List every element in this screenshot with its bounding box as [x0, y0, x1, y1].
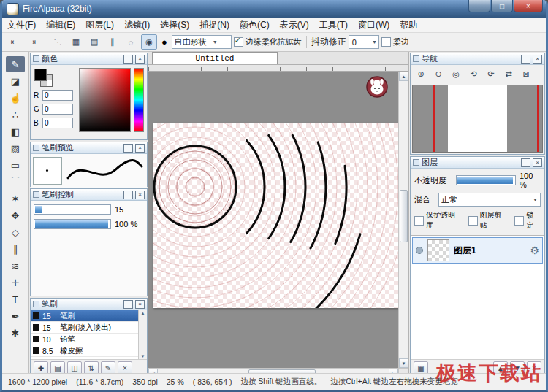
brush-style-4-button[interactable]: ∥: [104, 34, 121, 50]
snap-parallel-tool-icon[interactable]: ∥: [6, 241, 25, 257]
panel-float-button[interactable]: [521, 55, 530, 64]
rotate-cw-button[interactable]: ⟳: [483, 66, 499, 82]
brush-style-2-button[interactable]: ▦: [68, 34, 84, 50]
canvas-page[interactable]: [153, 123, 398, 308]
layer-row[interactable]: 图层1 ⚙: [412, 237, 543, 264]
panel-float-button[interactable]: [123, 300, 133, 309]
canvas-viewport[interactable]: [148, 72, 398, 368]
panel-float-button[interactable]: [123, 191, 133, 199]
eraser-tool-icon[interactable]: ◪: [6, 73, 25, 89]
dock-right-button[interactable]: ⇥: [24, 34, 40, 50]
g-input[interactable]: [42, 104, 73, 115]
hand-tool-icon[interactable]: ✱: [6, 325, 25, 341]
clipping-row[interactable]: 图层剪贴: [468, 210, 509, 231]
antialias-checkbox[interactable]: [234, 37, 243, 47]
saturation-value-picker[interactable]: [79, 68, 131, 132]
menu-filter[interactable]: 滤镜(I): [119, 18, 155, 32]
document-tab[interactable]: Untitled: [152, 52, 278, 64]
layer-opacity-slider[interactable]: [456, 175, 516, 185]
toolbar: ⇤ ⇥ ⋱ ▦ ▤ ∥ ◌ ◉ ● 自由形状 ▼ 边缘柔化抗锯齿 抖动修正 0 …: [2, 33, 546, 52]
finger-tool-icon[interactable]: ☝: [6, 90, 25, 106]
vertical-scroll-thumb[interactable]: [400, 190, 408, 242]
brush-row[interactable]: 15 笔刷(淡入淡出): [31, 322, 147, 334]
menu-select[interactable]: 选择(S): [155, 18, 194, 32]
minimize-button[interactable]: –: [468, 0, 490, 12]
panel-float-button[interactable]: [521, 158, 530, 167]
stabilize-spinner[interactable]: 0 ▼: [349, 35, 379, 49]
vertical-scrollbar[interactable]: ▲ ▼: [398, 72, 408, 368]
select-rect-tool-icon[interactable]: ▭: [6, 157, 25, 173]
menu-layer[interactable]: 图层(L): [80, 18, 119, 32]
panel-close-button[interactable]: ×: [135, 191, 145, 199]
blend-mode-select[interactable]: 正常 ▼: [438, 193, 541, 207]
gradient-tool-icon[interactable]: ▨: [6, 140, 25, 156]
dot-tool-icon[interactable]: ∴: [6, 107, 25, 123]
menu-edit[interactable]: 编辑(E): [41, 18, 80, 32]
gear-icon[interactable]: ⚙: [530, 245, 539, 256]
soft-edge-checkbox-row[interactable]: 柔边: [381, 36, 409, 47]
zoom-out-button[interactable]: ⊖: [430, 66, 446, 82]
panel-close-button[interactable]: ×: [533, 158, 542, 167]
b-input[interactable]: [42, 118, 73, 128]
text-tool-icon[interactable]: T: [6, 291, 25, 307]
lasso-tool-icon[interactable]: ⌒: [6, 174, 25, 190]
brush-row-selected[interactable]: 15 笔刷 ⚙: [31, 310, 147, 322]
panel-close-button[interactable]: ×: [533, 55, 542, 64]
menu-tools[interactable]: 工具(T): [314, 18, 353, 32]
clipping-checkbox[interactable]: [468, 216, 478, 226]
shape-tool-icon[interactable]: ◇: [6, 224, 25, 240]
panel-close-button[interactable]: ×: [135, 300, 145, 309]
brush-opacity-slider[interactable]: [34, 219, 111, 229]
navigator-title: 导航: [422, 53, 519, 64]
rotate-ccw-button[interactable]: ⟲: [465, 66, 482, 82]
r-input[interactable]: [42, 90, 73, 101]
close-button[interactable]: ×: [514, 0, 543, 12]
panel-close-button[interactable]: ×: [135, 55, 145, 64]
brush-row[interactable]: 10 铅笔: [31, 334, 147, 345]
brush-style-3-button[interactable]: ▤: [86, 34, 102, 50]
panel-float-button[interactable]: [123, 144, 133, 153]
flip-button[interactable]: ⇄: [501, 66, 517, 82]
menu-view[interactable]: 表示(V): [275, 18, 314, 32]
menu-help[interactable]: 帮助: [395, 18, 422, 32]
foreground-color-swatch[interactable]: [34, 69, 47, 81]
brush-size-slider[interactable]: [34, 204, 111, 215]
snap-cross-tool-icon[interactable]: ✛: [6, 274, 25, 291]
protect-alpha-row[interactable]: 保护透明度: [414, 210, 463, 231]
brush-style-5-button[interactable]: ◌: [123, 34, 139, 50]
move-tool-icon[interactable]: ✥: [6, 207, 25, 223]
maximize-button[interactable]: □: [491, 0, 513, 12]
bucket-tool-icon[interactable]: ◧: [6, 123, 25, 139]
title-bar[interactable]: FireAlpaca (32bit) – □ ×: [2, 0, 546, 18]
shape-select[interactable]: 自由形状 ▼: [172, 35, 232, 49]
navigator-preview[interactable]: [412, 85, 543, 153]
brush-list-scrollbar[interactable]: ▲▼: [138, 310, 147, 359]
layer-visibility-icon[interactable]: [416, 247, 423, 254]
menu-file[interactable]: 文件(F): [2, 18, 41, 32]
brush-style-6-button[interactable]: ◉: [141, 34, 157, 50]
panel-float-button[interactable]: [123, 55, 133, 64]
scroll-down-button[interactable]: ▼: [399, 358, 408, 368]
brush-tool-icon[interactable]: ✎: [6, 56, 25, 72]
magic-wand-tool-icon[interactable]: ✶: [6, 191, 25, 207]
fit-view-button[interactable]: ⊠: [518, 66, 534, 82]
hue-strip[interactable]: [134, 68, 144, 132]
color-swatches[interactable]: [34, 68, 76, 87]
menu-window[interactable]: 窗口(W): [353, 18, 395, 32]
brush-style-1-button[interactable]: ⋱: [50, 34, 66, 50]
antialias-checkbox-row[interactable]: 边缘柔化抗锯齿: [234, 36, 302, 47]
zoom-in-button[interactable]: ⊕: [413, 66, 429, 82]
snap-curve-tool-icon[interactable]: ≋: [6, 258, 25, 274]
menu-snap[interactable]: 捕捉(N): [194, 18, 235, 32]
lock-row[interactable]: 锁定: [514, 210, 541, 231]
brush-row[interactable]: 8.5 橡皮擦: [31, 345, 147, 357]
scroll-up-button[interactable]: ▲: [399, 72, 408, 81]
eyedropper-tool-icon[interactable]: ✒: [6, 308, 25, 324]
menu-color[interactable]: 颜色(C): [235, 18, 275, 32]
lock-checkbox[interactable]: [514, 216, 524, 226]
zoom-reset-button[interactable]: ◎: [448, 66, 464, 82]
dock-left-button[interactable]: ⇤: [6, 34, 22, 50]
protect-alpha-checkbox[interactable]: [414, 216, 424, 226]
panel-close-button[interactable]: ×: [135, 144, 145, 153]
soft-edge-checkbox[interactable]: [381, 37, 391, 47]
